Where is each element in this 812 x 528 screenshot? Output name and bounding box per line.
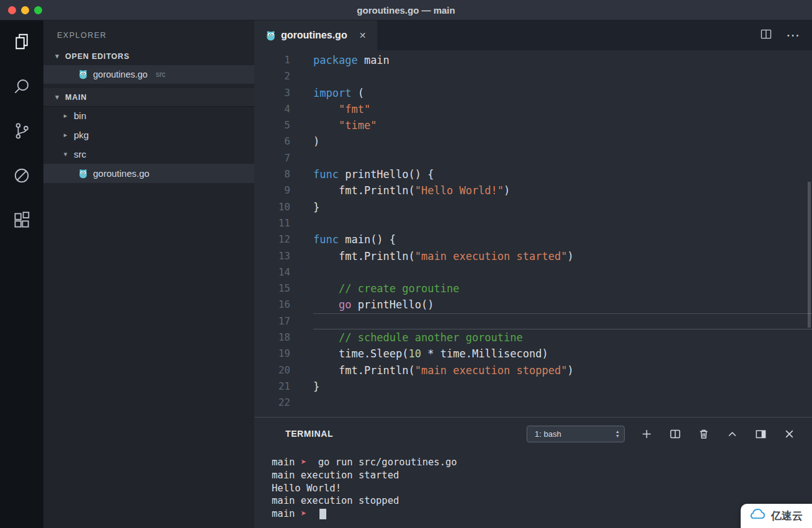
line-number[interactable]: 1 <box>254 52 290 68</box>
editor-scrollbar[interactable] <box>808 182 811 328</box>
split-editor-icon[interactable] <box>760 28 772 43</box>
line-number[interactable]: 7 <box>254 150 290 166</box>
code-line-17[interactable]: 17 <box>254 313 812 329</box>
go-file-icon <box>265 30 275 40</box>
line-number[interactable]: 22 <box>254 395 290 411</box>
code-line-5[interactable]: 5 "time" <box>254 117 812 133</box>
code-line-4[interactable]: 4 "fmt" <box>254 101 812 117</box>
code-line-9[interactable]: 9 fmt.Println("Hello World!") <box>254 182 812 199</box>
window-controls <box>0 6 42 14</box>
tree-item-goroutines-file[interactable]: goroutines.go <box>43 164 254 183</box>
chevron-right-icon: ▸ <box>62 112 69 120</box>
open-editor-item-goroutines[interactable]: goroutines.go src <box>43 65 254 84</box>
line-number[interactable]: 5 <box>254 117 290 133</box>
code-line-21[interactable]: 21} <box>254 378 812 395</box>
project-section-header[interactable]: ▾ MAIN <box>43 88 254 106</box>
files-icon <box>12 32 31 53</box>
terminal-shell-select[interactable]: 1: bash ▲▼ <box>527 426 625 442</box>
code-line-18[interactable]: 18 // schedule another goroutine <box>254 329 812 346</box>
code-text: go printHello() <box>313 297 812 313</box>
code-line-16[interactable]: 16 go printHello() <box>254 297 812 313</box>
activity-explorer[interactable] <box>0 20 43 65</box>
extensions-icon <box>12 211 31 232</box>
line-number[interactable]: 9 <box>254 182 290 199</box>
line-number[interactable]: 13 <box>254 248 290 264</box>
watermark: 亿速云 <box>741 504 812 528</box>
activity-debug[interactable] <box>0 154 43 199</box>
line-number[interactable]: 16 <box>254 297 290 313</box>
new-terminal-icon[interactable] <box>632 424 661 443</box>
split-terminal-icon[interactable] <box>661 424 689 443</box>
tree-item-src[interactable]: ▾ src <box>43 145 254 164</box>
code-line-20[interactable]: 20 fmt.Println("main execution stopped") <box>254 362 812 378</box>
line-number[interactable]: 18 <box>254 329 290 346</box>
code-line-8[interactable]: 8func printHello() { <box>254 166 812 182</box>
code-text: "fmt" <box>313 101 812 117</box>
code-line-2[interactable]: 2 <box>254 68 812 84</box>
titlebar: goroutines.go — main <box>0 0 812 20</box>
code-text <box>313 215 812 231</box>
code-line-7[interactable]: 7 <box>254 150 812 166</box>
sidebar-title: EXPLORER <box>43 20 254 47</box>
code-line-14[interactable]: 14 <box>254 264 812 280</box>
close-panel-icon[interactable] <box>775 424 803 443</box>
code-line-6[interactable]: 6) <box>254 133 812 150</box>
code-text: package main <box>313 52 812 68</box>
maximize-panel-icon[interactable] <box>718 424 746 443</box>
toggle-panel-icon[interactable] <box>746 424 775 443</box>
go-file-icon <box>78 169 88 179</box>
line-number[interactable]: 19 <box>254 346 290 362</box>
kill-terminal-icon[interactable] <box>689 424 718 443</box>
line-number[interactable]: 14 <box>254 264 290 280</box>
close-window-button[interactable] <box>8 6 16 14</box>
line-number[interactable]: 2 <box>254 68 290 84</box>
zoom-window-button[interactable] <box>34 6 42 14</box>
line-number[interactable]: 20 <box>254 362 290 378</box>
terminal-line-4: main execution stopped <box>272 494 812 508</box>
code-line-15[interactable]: 15 // create goroutine <box>254 280 812 297</box>
open-editors-header[interactable]: ▾ OPEN EDITORS <box>43 47 254 65</box>
activity-bar <box>0 20 43 528</box>
code-line-11[interactable]: 11 <box>254 215 812 231</box>
tab-label: goroutines.go <box>281 30 347 41</box>
activity-search[interactable] <box>0 65 43 110</box>
line-number[interactable]: 8 <box>254 166 290 182</box>
code-text: ) <box>313 133 812 150</box>
tree-item-bin[interactable]: ▸ bin <box>43 106 254 125</box>
line-number[interactable]: 12 <box>254 231 290 248</box>
line-number[interactable]: 21 <box>254 378 290 395</box>
tab-goroutines[interactable]: goroutines.go ✕ <box>254 20 377 50</box>
activity-extensions[interactable] <box>0 199 43 244</box>
line-number[interactable]: 10 <box>254 199 290 215</box>
code-line-19[interactable]: 19 time.Sleep(10 * time.Millisecond) <box>254 346 812 362</box>
project-section-label: MAIN <box>65 93 87 102</box>
code-line-12[interactable]: 12func main() { <box>254 231 812 248</box>
code-line-22[interactable]: 22 <box>254 395 812 411</box>
code-text: func main() { <box>313 231 812 248</box>
close-tab-icon[interactable]: ✕ <box>359 30 367 40</box>
terminal-line-2: main execution started <box>272 469 812 482</box>
code-line-10[interactable]: 10} <box>254 199 812 215</box>
code-line-3[interactable]: 3import ( <box>254 85 812 101</box>
line-number[interactable]: 4 <box>254 101 290 117</box>
code-text: fmt.Println("main execution stopped") <box>313 362 812 378</box>
more-actions-icon[interactable]: ⋯ <box>786 32 800 38</box>
git-branch-icon <box>12 122 31 143</box>
minimize-window-button[interactable] <box>21 6 29 14</box>
tree-item-pkg[interactable]: ▸ pkg <box>43 125 254 145</box>
code-text <box>313 395 812 411</box>
code-editor[interactable]: 1package main23import (4 "fmt"5 "time"6)… <box>254 50 812 417</box>
line-number[interactable]: 3 <box>254 85 290 101</box>
line-number[interactable]: 15 <box>254 280 290 297</box>
open-editor-folder-detail: src <box>156 70 166 79</box>
terminal-output[interactable]: main ➤ go run src/goroutines.gomain exec… <box>254 450 812 521</box>
line-number[interactable]: 11 <box>254 215 290 231</box>
code-text <box>313 68 812 84</box>
line-number[interactable]: 17 <box>254 313 290 329</box>
code-line-1[interactable]: 1package main <box>254 52 812 68</box>
code-text: fmt.Println("main execution started") <box>313 248 812 264</box>
activity-source-control[interactable] <box>0 110 43 154</box>
code-line-13[interactable]: 13 fmt.Println("main execution started") <box>254 248 812 264</box>
line-number[interactable]: 6 <box>254 133 290 150</box>
folder-label: bin <box>74 110 86 121</box>
